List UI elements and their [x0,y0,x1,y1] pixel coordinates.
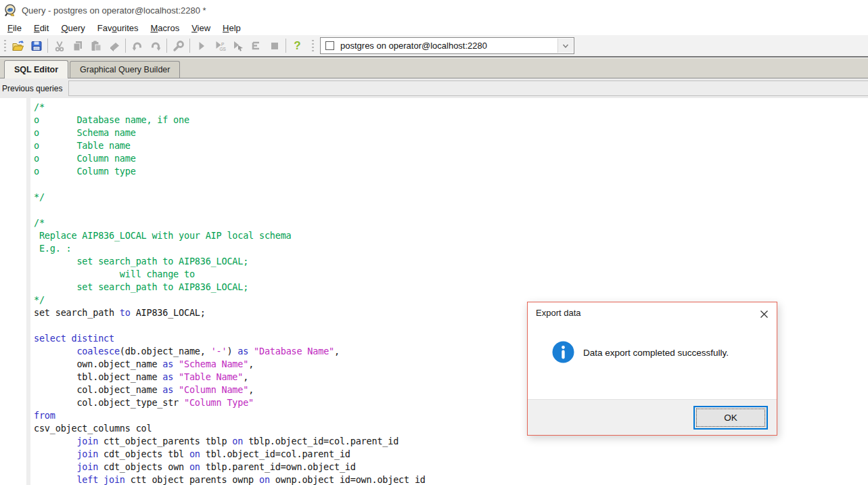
code-line: join ctt_object_parents tblp on tblp.obj… [34,435,426,448]
tree-icon [250,39,263,53]
code-line: set search_path to AIP836_LOCAL; [34,306,426,319]
redo-arrow-icon [149,39,162,53]
play-pgs-icon: P GS [213,39,227,53]
editor-tabbar: SQL Editor Graphical Query Builder [0,57,868,78]
code-line: own.object_name as "Schema Name", [34,358,426,371]
code-line: o Table name [34,139,426,152]
menu-item-favourites[interactable]: Favourites [91,22,145,34]
dialog-title: Export data [536,308,581,318]
code-line: csv_object_columns col [34,422,426,435]
code-line: tbl.object_name as "Table Name", [34,371,426,384]
menu-item-macros[interactable]: Macros [145,22,186,34]
open-folder-icon [12,39,25,53]
code-line: select distinct [34,332,426,345]
code-line: join cdt_objects tbl on tbl.object_id=co… [34,448,426,461]
code-line: set search_path to AIP836_LOCAL; [34,281,426,294]
copy-icon [71,39,85,53]
code-line: o Column name [34,152,426,165]
ok-button[interactable]: OK [693,406,768,430]
clipboard-icon [89,39,103,53]
floppy-icon [30,39,43,53]
connection-checkbox-icon [325,41,334,50]
code-line: left join ctt_object_parents ownp on own… [34,474,426,485]
magnifier-icon [172,39,185,53]
code-line: o Schema name [34,126,426,139]
code-line: o Column type [34,165,426,178]
connection-combobox[interactable]: postgres on operator@localhost:2280 [320,37,574,54]
tab-sql-editor[interactable]: SQL Editor [4,60,68,78]
previous-queries-label: Previous queries [0,84,68,93]
find-button[interactable] [169,37,187,54]
code-line: will change to [34,268,426,281]
previous-queries-combobox[interactable] [68,80,868,96]
menu-item-query[interactable]: Query [55,22,91,34]
menu-item-edit[interactable]: Edit [28,22,55,34]
undo-arrow-icon [131,39,144,53]
toolbar-separator [189,39,190,53]
cut-button[interactable] [50,37,68,54]
code-line: join cdt_objects own on tblp.parent_id=o… [34,461,426,474]
explain-query-button[interactable] [229,37,247,54]
toolbar-separator [125,39,126,53]
cancel-query-button[interactable] [265,37,283,54]
code-line: col.object_name as "Column Name", [34,384,426,396]
connection-value: postgres on operator@localhost:2280 [340,41,487,51]
previous-queries-row: Previous queries [0,78,868,99]
save-button[interactable] [27,37,45,54]
dialog-close-button[interactable] [758,308,769,319]
explain-analyze-button[interactable] [247,37,265,54]
window-title: Query - postgres on operator@localhost:2… [22,5,206,16]
pgadmin-app-icon [3,3,17,17]
close-icon [760,310,769,319]
tab-graphical-query-builder[interactable]: Graphical Query Builder [70,61,180,78]
clear-window-button[interactable] [105,37,123,54]
question-mark-icon: ? [294,40,300,51]
menu-item-help[interactable]: Help [216,22,247,34]
open-file-button[interactable] [9,37,27,54]
code-line [34,204,426,216]
toolbar-separator [166,39,167,53]
undo-button[interactable] [128,37,146,54]
toolbar-grip[interactable] [312,40,314,52]
eraser-icon [108,39,121,53]
svg-text:P: P [221,41,224,46]
chevron-down-icon [562,42,570,50]
paste-button[interactable] [87,37,105,54]
code-line: o Database name, if one [34,114,426,126]
dialog-footer: OK [528,399,777,435]
code-line: E.g. : [34,242,426,255]
code-line: */ [34,191,426,204]
copy-button[interactable] [68,37,87,54]
code-line: /* [34,101,426,114]
info-icon [552,341,574,363]
scissors-icon [53,39,66,53]
tab-label: SQL Editor [14,65,58,74]
redo-button[interactable] [146,37,164,54]
execute-pgscript-button[interactable]: P GS [210,37,229,54]
code-line: /* [34,216,426,229]
menu-item-file[interactable]: File [1,22,28,34]
play-pointer-icon [231,39,245,53]
menubar: FileEditQueryFavouritesMacrosViewHelp [0,20,868,35]
tab-label: Graphical Query Builder [80,65,170,74]
code-line: */ [34,294,426,306]
window-titlebar: Query - postgres on operator@localhost:2… [0,0,868,20]
toolbar-grip[interactable] [4,40,6,52]
execute-query-button[interactable] [192,37,210,54]
code-line: coalesce(db.object_name, '-') as "Databa… [34,345,426,358]
toolbar-separator [285,39,286,53]
stop-icon [268,39,281,53]
code-area[interactable]: /*o Database name, if oneo Schema nameo … [34,101,426,485]
connection-dropdown-button[interactable] [557,39,573,53]
code-line: Replace AIP836_LOCAL with your AIP local… [34,229,426,242]
menu-item-view[interactable]: View [185,22,216,34]
dialog-message: Data export completed successfully. [583,348,729,358]
play-icon [195,39,208,53]
code-line: from [34,409,426,422]
code-line: set search_path to AIP836_LOCAL; [34,255,426,268]
toolbar-separator [47,39,48,53]
help-button[interactable]: ? [288,37,306,54]
code-line [34,319,426,332]
code-line [34,178,426,191]
toolbar: P GS ? postgres on operator@localhost:22… [0,35,868,57]
